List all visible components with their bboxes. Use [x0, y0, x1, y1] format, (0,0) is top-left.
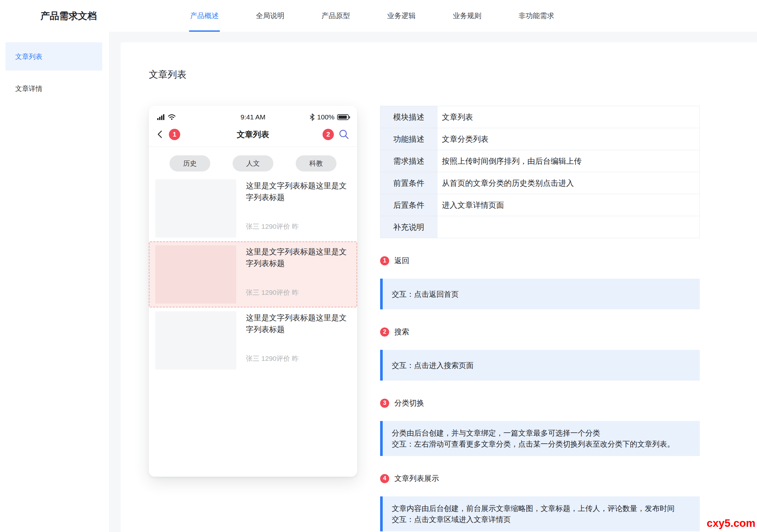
article-thumbnail [155, 179, 236, 237]
article-item: 这里是文字列表标题这里是文字列表标题 张三 1290评价 昨 [149, 307, 357, 373]
annotation-label: 分类切换 [394, 398, 424, 408]
tab-product-prototype[interactable]: 产品原型 [321, 0, 350, 32]
annotation-note: 文章内容由后台创建，前台展示文章缩略图，文章标题，上传人，评论数量，发布时间 交… [380, 496, 700, 531]
article-item: 这里是文字列表标题这里是文字列表标题 张三 1290评价 昨 [149, 175, 357, 241]
nav-divider [149, 146, 357, 147]
article-meta: 张三 1290评价 昨 [246, 354, 351, 363]
sidebar: 文章列表 文章详情 [0, 32, 110, 532]
search-icon [338, 129, 349, 140]
spec-table: 模块描述 文章列表 功能描述 文章分类列表 需求描述 按照上传时间倒序排列，由后… [380, 106, 700, 238]
row-label: 功能描述 [380, 128, 438, 150]
annotation-note: 分类由后台创建，并与文章绑定，一篇文章最多可选择一个分类 交互：左右滑动可查看更… [380, 421, 700, 456]
chip-humanities: 人文 [232, 155, 273, 172]
annotation-label: 搜索 [394, 327, 409, 337]
annotation-heading: 2 搜索 [380, 327, 700, 337]
table-row: 功能描述 文章分类列表 [380, 128, 699, 150]
row-value: 从首页的文章分类的历史类别点击进入 [438, 172, 699, 194]
table-row: 需求描述 按照上传时间倒序排列，由后台编辑上传 [380, 150, 699, 172]
article-thumbnail [155, 245, 236, 303]
table-row: 模块描述 文章列表 [380, 106, 699, 128]
app-header: 产品需求文档 产品概述 全局说明 产品原型 业务逻辑 业务规则 非功能需求 [0, 0, 757, 32]
annotation-heading: 1 返回 [380, 256, 700, 266]
sidebar-item-article-list[interactable]: 文章列表 [6, 43, 102, 71]
category-chips: 历史 人文 科教 [149, 155, 357, 172]
chip-history: 历史 [169, 155, 210, 172]
annotation-marker-2: 2 [322, 129, 334, 140]
row-label: 补充说明 [380, 216, 438, 238]
phone-nav-bar: 1 文章列表 2 [149, 125, 357, 144]
tab-product-overview[interactable]: 产品概述 [190, 0, 219, 32]
row-value: 文章分类列表 [438, 128, 699, 150]
annotation-note: 交互：点击进入搜索页面 [380, 350, 700, 381]
tab-non-functional[interactable]: 非功能需求 [519, 0, 554, 32]
bluetooth-icon [310, 113, 315, 121]
annotation-label: 文章列表展示 [394, 473, 439, 484]
annotation-number-badge: 1 [380, 256, 389, 266]
tab-business-rules[interactable]: 业务规则 [453, 0, 481, 32]
row-value [438, 216, 699, 238]
article-meta: 张三 1290评价 昨 [246, 222, 351, 231]
article-item-highlighted: 这里是文字列表标题这里是文字列表标题 张三 1290评价 昨 [149, 241, 357, 307]
article-title: 这里是文字列表标题这里是文字列表标题 [246, 180, 351, 203]
phone-status-bar: 9:41 AM 100% [149, 110, 357, 124]
annotation-number-badge: 4 [380, 474, 389, 483]
sidebar-item-article-detail[interactable]: 文章详情 [6, 79, 102, 98]
tab-global-notes[interactable]: 全局说明 [256, 0, 284, 32]
annotation-note: 交互：点击返回首页 [380, 279, 700, 309]
row-value: 按照上传时间倒序排列，由后台编辑上传 [438, 150, 699, 172]
tab-business-logic[interactable]: 业务逻辑 [387, 0, 416, 32]
row-label: 需求描述 [380, 150, 438, 172]
row-value: 进入文章详情页面 [438, 194, 699, 216]
annotation-number-badge: 2 [380, 328, 389, 336]
spec-column: 模块描述 文章列表 功能描述 文章分类列表 需求描述 按照上传时间倒序排列，由后… [380, 106, 700, 531]
table-row: 前置条件 从首页的文章分类的历史类别点击进入 [380, 172, 699, 194]
row-value: 文章列表 [438, 106, 699, 128]
annotation-number-badge: 3 [380, 399, 389, 408]
annotation-marker-1: 1 [169, 129, 180, 140]
chevron-left-icon [157, 130, 164, 139]
article-meta: 张三 1290评价 昨 [246, 288, 351, 297]
row-label: 前置条件 [380, 172, 438, 194]
annotation-label: 返回 [394, 256, 409, 266]
annotation-heading: 4 文章列表展示 [380, 473, 700, 484]
article-title: 这里是文字列表标题这里是文字列表标题 [246, 246, 351, 269]
battery-icon [337, 114, 349, 120]
chip-science: 科教 [296, 155, 336, 172]
table-row: 补充说明 [380, 216, 699, 238]
phone-mockup: 9:41 AM 100% [149, 106, 357, 477]
annotation-heading: 3 分类切换 [380, 398, 700, 408]
table-row: 后置条件 进入文章详情页面 [380, 194, 699, 216]
article-list: 这里是文字列表标题这里是文字列表标题 张三 1290评价 昨 这里是文字列表标题… [149, 175, 357, 373]
row-label: 后置条件 [380, 194, 438, 216]
row-label: 模块描述 [380, 106, 438, 128]
battery-percent: 100% [317, 113, 335, 121]
main-content-card: 文章列表 [121, 43, 757, 532]
article-thumbnail [155, 311, 236, 369]
site-watermark: cxy5.com [707, 517, 755, 529]
page-title: 文章列表 [149, 68, 757, 81]
top-tab-bar: 产品概述 全局说明 产品原型 业务逻辑 业务规则 非功能需求 [190, 0, 591, 32]
article-title: 这里是文字列表标题这里是文字列表标题 [246, 312, 351, 335]
doc-title: 产品需求文档 [41, 0, 97, 32]
